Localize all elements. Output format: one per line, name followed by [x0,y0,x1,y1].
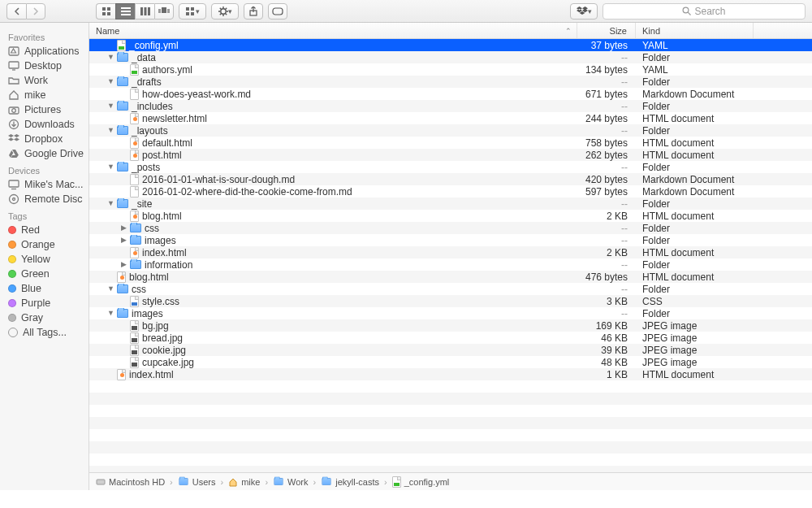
disclosure-triangle[interactable]: ▼ [107,54,114,61]
file-row[interactable]: index.html 1 KB HTML document [89,368,812,380]
file-row[interactable]: cookie.jpg 39 KB JPEG image [89,344,812,356]
file-row[interactable]: default.html 758 bytes HTML document [89,137,812,149]
sidebar-item-dropbox[interactable]: Dropbox [5,132,89,146]
breadcrumb-label: Users [192,477,216,487]
view-coverflow-button[interactable] [154,3,174,20]
file-row[interactable]: 2016-01-02-where-did-the-cookie-come-fro… [89,185,812,198]
svg-rect-15 [186,12,189,15]
file-row[interactable]: ▼ _site -- Folder [89,198,812,210]
column-header-size[interactable]: Size [577,23,636,38]
folder-icon [117,102,128,111]
file-row[interactable]: how-does-yeast-work.md 671 bytes Markdow… [89,88,812,100]
disclosure-triangle[interactable]: ▼ [107,310,114,317]
file-name: index.html [142,247,187,258]
sidebar-item-pictures[interactable]: Pictures [5,102,89,117]
file-row[interactable]: ▶ information -- Folder [89,258,812,271]
view-icons-button[interactable] [96,3,115,20]
disclosure-triangle[interactable]: ▶ [120,224,127,232]
sidebar-item-work[interactable]: Work [5,73,89,88]
share-button[interactable] [244,3,263,20]
forward-button[interactable] [26,3,45,20]
coverflow-icon [158,7,170,15]
breadcrumb-item[interactable]: Macintosh HD [96,477,165,487]
file-row[interactable]: ▼ css -- Folder [89,283,812,295]
action-menu[interactable] [211,3,239,20]
breadcrumb-item[interactable]: Work [273,477,308,487]
file-row[interactable]: ▶ css -- Folder [89,222,812,234]
share-icon [248,7,258,16]
dropbox-status-button[interactable] [570,3,598,20]
file-row[interactable]: ▶ images -- Folder [89,234,812,246]
file-row[interactable]: ▼ _posts -- Folder [89,161,812,173]
breadcrumb-item[interactable]: Users [178,477,216,487]
sidebar-tag-red[interactable]: Red [5,223,89,237]
empty-row [89,454,812,466]
back-button[interactable] [6,3,26,20]
view-list-button[interactable] [115,3,135,20]
list-icon [121,7,131,15]
file-row[interactable]: ▼ images -- Folder [89,307,812,319]
sidebar-item-mike[interactable]: mike [5,88,89,102]
file-row[interactable]: style.css 3 KB CSS [89,295,812,307]
sidebar-item-desktop[interactable]: Desktop [5,59,89,73]
breadcrumb-item[interactable]: jekyll-casts [321,477,379,487]
file-row[interactable]: post.html 262 bytes HTML document [89,149,812,161]
tags-button[interactable] [268,3,287,20]
file-row[interactable]: blog.html 2 KB HTML document [89,210,812,222]
disclosure-triangle[interactable]: ▼ [107,163,114,171]
file-size: -- [577,235,636,246]
search-input[interactable]: Search [603,3,806,20]
view-columns-button[interactable] [135,3,154,20]
img-file-icon [130,320,139,332]
svg-rect-4 [121,7,131,9]
file-row[interactable]: index.html 2 KB HTML document [89,246,812,258]
sidebar-tag-purple[interactable]: Purple [5,296,89,310]
file-row[interactable]: _config.yml 37 bytes YAML [89,39,812,51]
mac-icon [8,179,19,190]
sidebar-item-google-drive[interactable]: Google Drive [5,146,89,161]
disclosure-triangle[interactable]: ▼ [107,78,114,85]
sidebar-tag-green[interactable]: Green [5,267,89,281]
file-row[interactable]: ▼ _includes -- Folder [89,100,812,112]
disclosure-triangle[interactable]: ▼ [107,285,114,293]
breadcrumb-item[interactable]: mike [228,477,260,487]
arrange-menu[interactable] [179,3,206,20]
disclosure-triangle[interactable]: ▶ [120,261,127,268]
file-row[interactable]: 2016-01-01-what-is-sour-dough.md 420 byt… [89,173,812,185]
file-name: index.html [129,369,174,380]
file-row[interactable]: ▼ _drafts -- Folder [89,76,812,88]
column-header-name[interactable]: Name ⌃ [89,23,577,38]
file-row[interactable]: ▼ _layouts -- Folder [89,124,812,137]
file-row[interactable]: bread.jpg 46 KB JPEG image [89,332,812,344]
sidebar-tag-gray[interactable]: Gray [5,310,89,325]
file-row[interactable]: authors.yml 134 bytes YAML [89,63,812,76]
file-row[interactable]: blog.html 476 bytes HTML document [89,271,812,283]
path-bar: Macintosh HD›Users›mike›Work›jekyll-cast… [89,472,812,490]
disclosure-triangle[interactable]: ▼ [107,200,114,207]
chevron-left-icon [14,7,20,15]
sidebar-item-mike-s-mac-[interactable]: Mike's Mac... [5,177,89,192]
disclosure-triangle[interactable]: ▼ [107,127,114,134]
column-header-kind[interactable]: Kind [636,23,754,38]
svg-rect-11 [158,9,161,13]
sidebar-tag-blue[interactable]: Blue [5,281,89,296]
search-placeholder: Search [694,6,725,17]
breadcrumb-item[interactable]: _config.yml [392,476,450,488]
sidebar-heading-favorites: Favorites [8,33,89,42]
svg-rect-5 [121,11,131,12]
file-row[interactable]: ▼ _data -- Folder [89,51,812,63]
folder-icon [130,236,141,245]
sidebar-tag-orange[interactable]: Orange [5,237,89,252]
sidebar-item-downloads[interactable]: Downloads [5,117,89,132]
sidebar-item-remote-disc[interactable]: Remote Disc [5,192,89,206]
file-row[interactable]: cupcake.jpg 48 KB JPEG image [89,356,812,368]
file-row[interactable]: newsletter.html 244 bytes HTML document [89,112,812,124]
file-name: post.html [142,150,182,161]
file-row[interactable]: bg.jpg 169 KB JPEG image [89,319,812,332]
svg-rect-42 [97,480,105,484]
sidebar-tag-yellow[interactable]: Yellow [5,252,89,267]
sidebar-all-tags[interactable]: All Tags... [5,325,89,340]
disclosure-triangle[interactable]: ▼ [107,102,114,110]
disclosure-triangle[interactable]: ▶ [120,237,127,244]
sidebar-item-applications[interactable]: Applications [5,44,89,59]
